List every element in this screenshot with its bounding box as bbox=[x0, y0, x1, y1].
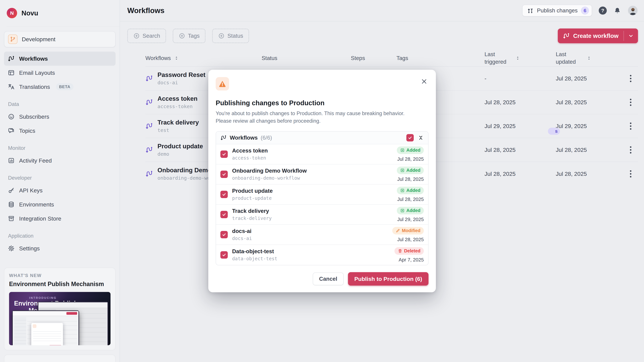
cancel-button[interactable]: Cancel bbox=[313, 273, 344, 285]
org-row[interactable]: N Novu bbox=[4, 0, 116, 26]
sidebar-item-label: Email Layouts bbox=[19, 69, 55, 76]
workflow-icon bbox=[146, 75, 153, 82]
status-badge-modified: Modified bbox=[392, 227, 424, 234]
workflow-icon bbox=[146, 146, 153, 154]
row-menu-button[interactable] bbox=[628, 97, 633, 108]
publish-count-badge: 6 bbox=[581, 6, 589, 14]
plus-circle-icon bbox=[218, 32, 225, 39]
workflows-changes-panel: Workflows (6/6) Access token access-toke… bbox=[216, 131, 428, 265]
last-triggered-value: Jul 28, 2025 bbox=[484, 147, 556, 153]
layout-icon bbox=[8, 69, 15, 76]
change-name: Access token bbox=[232, 147, 268, 154]
workflow-icon bbox=[146, 122, 153, 130]
column-header-workflows[interactable]: Workflows bbox=[146, 55, 262, 61]
collapse-icon[interactable] bbox=[418, 135, 424, 141]
status-badge-added: Added bbox=[397, 207, 424, 214]
modal-description: You're about to publish changes to Produ… bbox=[216, 110, 428, 125]
last-updated-value: Jul 28, 2025 bbox=[556, 75, 619, 82]
sidebar-item-environments[interactable]: Environments bbox=[4, 197, 116, 212]
publish-changes-button[interactable]: Publish changes 6 bbox=[522, 5, 592, 16]
row-menu-button[interactable] bbox=[628, 169, 633, 179]
beta-badge: BETA bbox=[56, 83, 74, 90]
workflow-slug: access-token bbox=[158, 104, 198, 109]
question-icon: ? bbox=[601, 8, 604, 13]
topics-icon bbox=[8, 127, 15, 134]
section-label-developer: Developer bbox=[8, 175, 116, 181]
key-icon bbox=[8, 187, 15, 194]
next-card-stub bbox=[4, 355, 116, 362]
sidebar-item-api-keys[interactable]: API Keys bbox=[4, 183, 116, 197]
workflow-name: Password Reset bbox=[158, 71, 206, 78]
notifications-bell-icon[interactable] bbox=[614, 7, 621, 14]
item-checkbox[interactable] bbox=[220, 191, 228, 198]
row-menu-button[interactable] bbox=[628, 121, 633, 131]
sidebar-nav: Workflows Email Layouts Translations BET… bbox=[4, 52, 116, 255]
diff-modified-icon bbox=[396, 228, 400, 233]
workflow-slug: test bbox=[158, 127, 199, 133]
status-filter-chip[interactable]: Status bbox=[212, 29, 249, 43]
sidebar-item-label: Translations bbox=[19, 84, 50, 90]
sort-icon bbox=[586, 56, 592, 61]
publish-to-production-button[interactable]: Publish to Production (6) bbox=[348, 272, 428, 286]
create-workflow-dropdown[interactable] bbox=[624, 28, 638, 43]
column-header-last-updated[interactable]: Last updated bbox=[556, 51, 619, 65]
topbar: Workflows Publish changes 6 ? bbox=[120, 0, 644, 21]
change-list-item: Data-object-test data-object-test Delete… bbox=[216, 245, 428, 265]
change-name: Data-object-test bbox=[232, 248, 278, 255]
change-list-item: Onboarding Demo Workflow onboarding-demo… bbox=[216, 164, 428, 185]
row-menu-button[interactable] bbox=[628, 145, 633, 155]
activity-icon bbox=[8, 157, 15, 164]
publish-changes-label: Publish changes bbox=[537, 7, 578, 14]
sidebar-item-settings[interactable]: Settings bbox=[4, 241, 116, 255]
create-workflow-button[interactable]: Create workflow bbox=[558, 28, 624, 43]
search-filter-chip[interactable]: Search bbox=[127, 29, 166, 43]
sidebar-item-translations[interactable]: Translations BETA bbox=[4, 80, 116, 94]
environment-label: Development bbox=[22, 36, 55, 42]
banner-eyebrow: INTRODUCING bbox=[29, 296, 57, 300]
change-list-item: docs-ai docs-ai Modified Jul 28, 2025 bbox=[216, 225, 428, 245]
sidebar-item-workflows[interactable]: Workflows bbox=[4, 52, 116, 66]
status-badge-deleted: Deleted bbox=[394, 247, 424, 255]
workflow-slug: demo bbox=[158, 151, 203, 157]
sidebar-item-label: API Keys bbox=[19, 187, 42, 194]
change-slug: product-update bbox=[232, 195, 273, 201]
close-icon[interactable] bbox=[420, 78, 428, 85]
partially-hidden-tag-badge: s bbox=[548, 128, 560, 135]
column-header-last-triggered[interactable]: Last triggered bbox=[484, 51, 556, 65]
change-name: Track delivery bbox=[232, 208, 272, 214]
item-checkbox[interactable] bbox=[220, 251, 228, 259]
item-checkbox[interactable] bbox=[220, 150, 228, 158]
row-menu-button[interactable] bbox=[628, 73, 633, 84]
workflow-icon bbox=[146, 98, 153, 106]
banner-screenshot-front bbox=[12, 310, 79, 345]
sort-icon bbox=[515, 56, 520, 61]
help-button[interactable]: ? bbox=[599, 6, 607, 14]
item-checkbox[interactable] bbox=[220, 211, 228, 218]
page-title: Workflows bbox=[127, 6, 164, 15]
section-label-data: Data bbox=[8, 101, 116, 107]
whats-new-card[interactable]: WHAT'S NEW Environment Publish Mechanism… bbox=[4, 268, 116, 350]
branch-icon bbox=[8, 34, 18, 44]
sidebar-item-subscribers[interactable]: Subscribers bbox=[4, 110, 116, 124]
user-avatar[interactable] bbox=[628, 6, 638, 15]
trash-icon bbox=[398, 249, 402, 253]
create-workflow-label: Create workflow bbox=[573, 32, 618, 39]
change-name: docs-ai bbox=[232, 228, 252, 234]
create-workflow-split-button[interactable]: Create workflow bbox=[558, 28, 638, 43]
last-updated-value: Jul 28, 2025 bbox=[556, 171, 619, 177]
sidebar-item-activity-feed[interactable]: Activity Feed bbox=[4, 153, 116, 168]
select-all-checkbox[interactable] bbox=[406, 134, 414, 141]
sidebar-item-topics[interactable]: Topics bbox=[4, 124, 116, 138]
sidebar-item-integration-store[interactable]: Integration Store bbox=[4, 212, 116, 226]
workflow-name: Product update bbox=[158, 143, 203, 150]
sidebar-item-label: Topics bbox=[19, 128, 35, 134]
tags-filter-chip[interactable]: Tags bbox=[173, 29, 206, 43]
environment-selector[interactable]: Development bbox=[4, 31, 116, 47]
panel-count: (6/6) bbox=[260, 135, 272, 141]
last-updated-value: Jul 28, 2025 bbox=[556, 147, 619, 153]
sidebar-divider bbox=[7, 26, 120, 26]
sidebar-item-email-layouts[interactable]: Email Layouts bbox=[4, 66, 116, 80]
workflow-slug: docs-ai bbox=[158, 80, 206, 85]
item-checkbox[interactable] bbox=[220, 231, 228, 238]
item-checkbox[interactable] bbox=[220, 171, 228, 178]
